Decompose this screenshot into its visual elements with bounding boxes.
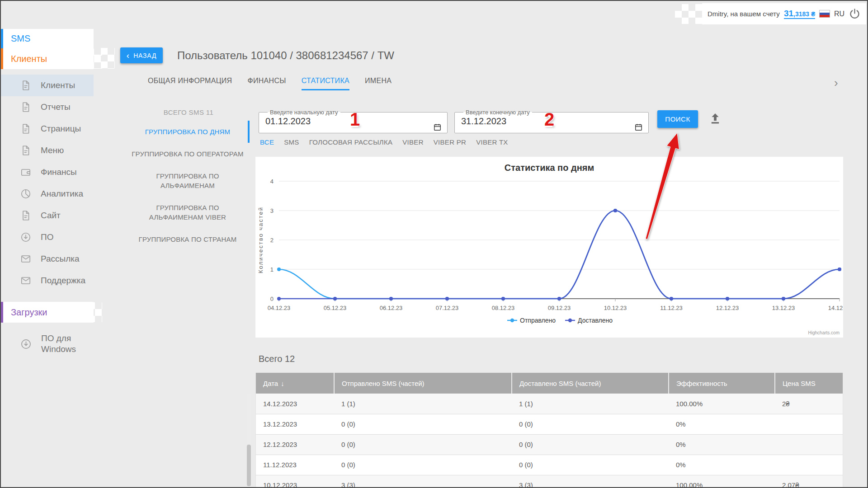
calendar-icon[interactable] [433,123,442,131]
table-cell: 0 (0) [512,414,669,434]
table-cell: 0 (0) [512,455,669,475]
tab-general-info[interactable]: ОБЩАЯ ИНФОРМАЦИЯ [148,77,232,90]
svg-text:2: 2 [270,237,274,244]
date-from-label: Введите начальную дату [268,109,340,116]
column-header[interactable]: Отправлено SMS (частей) [334,373,512,394]
subnav-item-by-alphanames[interactable]: ГРУППИРОВКА ПО АЛЬФАИМЕНАМ [127,165,250,197]
sidebar-section-downloads[interactable]: Загрузки [1,302,94,323]
svg-text:12.12.23: 12.12.23 [716,305,739,311]
russia-flag-icon[interactable] [819,10,830,18]
svg-text:4: 4 [270,178,274,185]
table-cell: 0 (0) [334,414,512,434]
sidebar-item-label: ПО [41,232,53,242]
sidebar-item-analytics[interactable]: Аналитика [1,183,94,205]
sidebar-item-label: Финансы [41,167,77,177]
type-tab-viber-pr[interactable]: VIBER PR [434,138,466,146]
wallet-icon [20,166,32,178]
column-header[interactable]: Дата↓ [256,373,334,394]
table-row: 10.12.20233 (3)3 (3)100.00%2.07₴ [256,475,843,487]
sidebar-item-windows-software[interactable]: ПО для Windows [1,329,94,358]
checker-decoration [675,4,703,24]
svg-text:14.12.23: 14.12.23 [828,305,843,311]
tab-names[interactable]: ИМЕНА [365,77,392,90]
sidebar-item-label: Отчеты [41,102,71,112]
sort-desc-icon: ↓ [281,380,284,387]
sidebar-item-finances[interactable]: Финансы [1,161,94,183]
type-tab-viber-tx[interactable]: VIBER TX [476,138,508,146]
sidebar-item-label: Страницы [41,124,81,134]
table-cell: 3 (3) [334,475,512,487]
table-cell: 12.12.2023 [256,434,334,455]
column-header[interactable]: Цена SMS [775,373,843,394]
scrollbar-track[interactable] [247,394,251,487]
sidebar-item-menu[interactable]: Меню [1,140,94,161]
sidebar-item-pages[interactable]: Страницы [1,118,94,140]
back-label: НАЗАД [133,52,156,59]
table-cell: 0 (0) [334,455,512,475]
chevron-right-icon[interactable]: › [834,77,838,89]
svg-text:Доставлено: Доставлено [578,317,613,324]
type-tab-all[interactable]: ВСЕ [260,138,274,146]
sidebar-item-software[interactable]: ПО [1,226,94,248]
app-window: Dmitry, на вашем счету 31,3183 ₴ RU SMS … [0,0,868,488]
svg-text:05.12.23: 05.12.23 [324,305,347,311]
table-cell: 1 (1) [334,394,512,414]
svg-text:13.12.23: 13.12.23 [772,305,795,311]
table-cell: 0 (0) [512,434,669,455]
legend-item[interactable]: Отправлено [507,317,556,324]
checker-decoration [94,48,115,69]
legend-item[interactable]: Доставлено [565,317,613,324]
type-tab-viber[interactable]: VIBER [402,138,424,146]
pie-icon [20,188,32,200]
language-label[interactable]: RU [834,10,844,18]
svg-text:1: 1 [270,266,274,273]
sidebar-section-clients[interactable]: Клиенты [1,48,94,69]
upload-icon[interactable] [709,112,722,125]
balance-link[interactable]: 31,3183 ₴ [784,9,815,19]
table-cell: 3 (3) [512,475,669,487]
subnav-item-by-operators[interactable]: ГРУППИРОВКА ПО ОПЕРАТОРАМ [127,143,250,165]
subnav-item-by-alphanames-viber[interactable]: ГРУППИРОВКА ПО АЛЬФАИМЕНАМ VIBER [127,197,250,228]
table-cell: 2.07₴ [775,475,843,487]
sidebar-item-reports[interactable]: Отчеты [1,96,94,118]
type-tab-voice[interactable]: ГОЛОСОВАЯ РАССЫЛКА [309,138,393,146]
scrollbar-thumb[interactable] [247,445,251,486]
search-button[interactable]: ПОИСК [657,110,698,128]
subnav: ВСЕГО SMS 11 ГРУППИРОВКА ПО ДНЯМГРУППИРО… [127,106,250,250]
document-icon [20,123,32,135]
user-greeting: Dmitry, на вашем счету [708,10,780,18]
subnav-items: ГРУППИРОВКА ПО ДНЯМГРУППИРОВКА ПО ОПЕРАТ… [127,121,250,250]
tab-finances[interactable]: ФИНАНСЫ [247,77,286,90]
table-cell: 14.12.2023 [256,394,334,414]
svg-text:07.12.23: 07.12.23 [436,305,459,311]
column-header[interactable]: Доставлено SMS (частей) [512,373,669,394]
subnav-item-by-days[interactable]: ГРУППИРОВКА ПО ДНЯМ [127,121,250,143]
sidebar-item-mailing[interactable]: Рассылка [1,248,94,270]
balance-main: 31 [784,9,793,18]
sidebar-item-label: ПО для Windows [41,333,86,355]
sidebar-item-support[interactable]: Поддержка [1,270,94,291]
mail-icon [20,275,32,286]
tab-statistics[interactable]: СТАТИСТИКА [302,77,349,90]
sidebar-item-label: Поддержка [41,276,85,286]
back-button[interactable]: ‹ НАЗАД [120,47,163,63]
type-tab-sms[interactable]: SMS [284,138,299,146]
column-header[interactable]: Эффективность [669,373,775,394]
power-icon[interactable] [849,8,861,20]
table-total: Всего 12 [259,354,295,364]
table-cell [775,434,843,455]
table-cell: 100.00% [669,394,775,414]
section-label: SMS [11,33,30,44]
chevron-left-icon: ‹ [127,51,129,60]
svg-text:10.12.23: 10.12.23 [604,305,627,311]
sidebar-menu: КлиентыОтчетыСтраницыМенюФинансыАналитик… [1,75,94,291]
sidebar-section-sms[interactable]: SMS [1,29,94,48]
svg-text:3: 3 [270,207,274,214]
subnav-item-by-countries[interactable]: ГРУППИРОВКА ПО СТРАНАМ [127,228,250,250]
user-info-box: Dmitry, на вашем счету 31,3183 ₴ RU [702,3,866,24]
sidebar-item-clients[interactable]: Клиенты [1,75,94,96]
table-row: 12.12.20230 (0)0 (0)0% [256,434,843,455]
annotation-arrow [632,129,686,244]
sidebar-item-site[interactable]: Сайт [1,205,94,226]
chart-credit[interactable]: Highcharts.com [808,330,840,335]
